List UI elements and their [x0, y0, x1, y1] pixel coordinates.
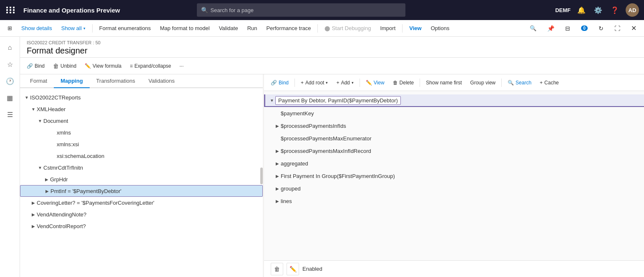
format-enumerations-button[interactable]: Format enumerations: [95, 21, 155, 36]
settings-button[interactable]: ⚙️: [592, 4, 604, 16]
mapping-toolbar: 🔗 Bind + Add root ▾ + Add ▾: [264, 74, 644, 91]
tree-item-pmtinf[interactable]: ▶ PmtInf = '$PaymentByDebtor': [20, 185, 263, 197]
waffle-menu[interactable]: [5, 4, 17, 16]
ellipsis-icon: ···: [179, 63, 184, 69]
view-mapping-label: View: [374, 80, 385, 86]
tree-label-pmtinf: PmtInf = '$PaymentByDebtor': [50, 188, 259, 194]
chevron-icon-vend-control: ▶: [30, 223, 37, 229]
debug-icon: ⬤: [325, 25, 330, 31]
sidebar-home-icon[interactable]: ⌂: [3, 40, 18, 55]
delete-icon: 🗑: [393, 80, 398, 86]
add-icon: +: [336, 80, 339, 86]
bind-button[interactable]: 🔗 Bind: [23, 59, 48, 73]
cache-button[interactable]: + Cache: [536, 76, 562, 89]
chevron-processed-max-inf: ▶: [274, 147, 281, 154]
tree-item-xml-header[interactable]: ▼ XMLHeader: [20, 103, 263, 115]
tree-label-grphdr: GrpHdr: [50, 176, 259, 183]
mapping-item-first-payment[interactable]: ▶ First Payment In Group($FirstPaymentIn…: [264, 170, 644, 182]
tree-item-covering[interactable]: ▶ CoveringLetter? = '$PaymentsForCoverin…: [20, 197, 263, 208]
add-root-button[interactable]: + Add root ▾: [297, 76, 331, 89]
notification-badge: 0: [581, 25, 588, 31]
view-mapping-button[interactable]: ✏️ View: [362, 76, 388, 89]
mapping-panel: 🔗 Bind + Add root ▾ + Add ▾: [264, 74, 644, 277]
tab-mapping[interactable]: Mapping: [54, 74, 89, 88]
sidebar-star-icon[interactable]: ☆: [3, 57, 18, 72]
tree-item-document[interactable]: ▼ Document: [20, 115, 263, 127]
add-button[interactable]: + Add ▾: [333, 76, 357, 89]
unbind-button[interactable]: 🗑 Unbind: [50, 59, 80, 73]
tree-item-xmlns[interactable]: ▶ xmlns: [20, 127, 263, 138]
mapping-item-processed-max-inf[interactable]: ▶ $processedPaymentsMaxInfIdRecord: [264, 145, 644, 157]
performance-trace-button[interactable]: Performance trace: [262, 21, 315, 36]
global-search[interactable]: 🔍 Search for a page: [197, 3, 405, 17]
tree-item-xsi-schema[interactable]: ▶ xsi:schemaLocation: [20, 150, 263, 162]
mapping-item-processed-max-enum[interactable]: ▶ $processedPaymentsMaxEnumerator: [264, 132, 644, 145]
chevron-icon-xml-header: ▼: [30, 106, 37, 112]
expand-collapse-button[interactable]: ≡ Expand/collapse: [126, 59, 174, 73]
start-debugging-button[interactable]: ⬤ Start Debugging: [320, 21, 375, 36]
mapping-item-payment-key[interactable]: ▶ $paymentKey: [264, 107, 644, 119]
search-page-button[interactable]: 🔍: [526, 21, 541, 36]
format-tree: ▼ ISO20022CTReports ▼ XMLHeader ▼ Docume…: [20, 88, 263, 277]
edit-status-button[interactable]: ✏️: [287, 263, 299, 275]
help-button[interactable]: ❓: [609, 4, 621, 16]
filter-icon-btn[interactable]: ⊞: [3, 21, 16, 36]
tab-validations[interactable]: Validations: [142, 74, 181, 88]
view-button[interactable]: View: [405, 21, 425, 36]
tree-item-vend-attending[interactable]: ▶ VendAttendingNote?: [20, 208, 263, 220]
chevron-icon-grphdr: ▶: [43, 176, 50, 183]
pin-button[interactable]: 📌: [543, 21, 558, 36]
mapping-item-grouped[interactable]: ▶ grouped: [264, 182, 644, 195]
toolbar-separator-3: [402, 24, 402, 33]
bind-mapping-button[interactable]: 🔗 Bind: [267, 76, 292, 89]
tree-item-xmlns-xsi[interactable]: ▶ xmlns:xsi: [20, 138, 263, 150]
mapping-item-lines[interactable]: ▶ lines: [264, 195, 644, 207]
show-name-first-button[interactable]: Show name first: [423, 76, 465, 89]
delete-mapping-button[interactable]: 🗑 Delete: [390, 76, 418, 89]
mapping-sep-2: [360, 79, 360, 87]
sidebar-clock-icon[interactable]: 🕐: [3, 74, 18, 89]
trash-status-button[interactable]: 🗑: [271, 263, 283, 275]
panel-resize-handle[interactable]: [260, 168, 263, 184]
tree-item-grphdr[interactable]: ▶ GrpHdr: [20, 173, 263, 185]
mapping-label-processed-max-inf: $processedPaymentsMaxInfIdRecord: [281, 148, 371, 154]
maximize-button[interactable]: ⛶: [610, 21, 624, 36]
add-root-chevron-icon: ▾: [326, 81, 328, 85]
run-button[interactable]: Run: [243, 21, 262, 36]
options-button[interactable]: Options: [427, 21, 454, 36]
add-chevron-icon: ▾: [352, 81, 354, 85]
breadcrumb: ISO20022 CREDIT TRANSFER : 50: [27, 40, 637, 45]
mapping-item-payment-by-debtor[interactable]: ▼ Payment By Debtor, PaymID($PaymentByDe…: [264, 94, 644, 107]
badge-button[interactable]: 0: [577, 21, 592, 36]
content-area: ISO20022 CREDIT TRANSFER : 50 Format des…: [20, 37, 644, 277]
unbind-label: Unbind: [60, 63, 76, 69]
sidebar-list-icon[interactable]: ☰: [3, 107, 18, 122]
format-tabs: Format Mapping Transformations Validatio…: [20, 74, 263, 88]
tree-label-document: Document: [43, 118, 259, 124]
notifications-button[interactable]: 🔔: [576, 4, 587, 16]
show-details-button[interactable]: Show details: [17, 21, 56, 36]
avatar[interactable]: AD: [626, 3, 639, 17]
tab-format[interactable]: Format: [23, 74, 54, 88]
sidebar-grid-icon[interactable]: ▦: [3, 90, 18, 105]
group-view-button[interactable]: Group view: [467, 76, 499, 89]
close-button[interactable]: ✕: [627, 21, 641, 36]
view-formula-button[interactable]: ✏️ View formula: [81, 59, 125, 73]
refresh-button[interactable]: ↻: [594, 21, 608, 36]
mapping-content: ▼ Payment By Debtor, PaymID($PaymentByDe…: [264, 91, 644, 260]
mapping-sep-4: [501, 79, 502, 87]
mapping-item-processed-ids[interactable]: ▶ $processedPaymentsInfIds: [264, 119, 644, 132]
map-format-to-model-button[interactable]: Map format to model: [156, 21, 214, 36]
import-button[interactable]: Import: [376, 21, 400, 36]
tab-transformations[interactable]: Transformations: [90, 74, 142, 88]
tree-item-vend-control[interactable]: ▶ VendControlReport?: [20, 220, 263, 232]
validate-button[interactable]: Validate: [215, 21, 242, 36]
tree-item-cstmr[interactable]: ▼ CstmrCdtTrfInitn: [20, 162, 263, 173]
search-mapping-button[interactable]: 🔍 Search: [504, 76, 535, 89]
mapping-item-aggregated[interactable]: ▶ aggregated: [264, 157, 644, 170]
show-all-button[interactable]: Show all ▾: [57, 21, 90, 36]
tree-item-iso-root[interactable]: ▼ ISO20022CTReports: [20, 91, 263, 103]
panel-button[interactable]: ⊟: [561, 21, 574, 36]
tree-label-cstmr: CstmrCdtTrfInitn: [43, 165, 259, 171]
more-options-button[interactable]: ···: [176, 59, 187, 73]
